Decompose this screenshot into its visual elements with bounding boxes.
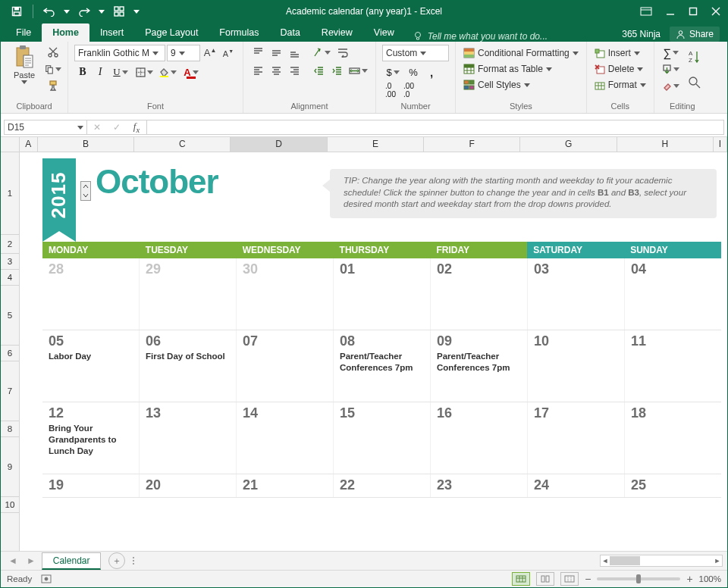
row-header-4[interactable]: 4	[1, 270, 19, 286]
column-header-I[interactable]: I	[714, 137, 727, 152]
tab-file[interactable]: File	[5, 23, 42, 42]
calendar-day[interactable]: 09Parent/Teacher Conferences 7pm	[431, 330, 528, 402]
calendar-day[interactable]: 29	[140, 258, 237, 330]
row-header-8[interactable]: 8	[1, 421, 19, 437]
calendar-day[interactable]: 23	[431, 474, 528, 497]
calendar-day[interactable]: 20	[140, 474, 237, 497]
align-right-button[interactable]	[286, 63, 303, 78]
calendar-day[interactable]: 06First Day of School	[140, 330, 237, 402]
row-header-6[interactable]: 6	[1, 346, 19, 361]
font-size-combo[interactable]: 9	[167, 45, 200, 61]
zoom-slider-handle[interactable]	[636, 574, 641, 583]
format-as-table-button[interactable]: Format as Table	[462, 62, 554, 76]
spinner-down-icon[interactable]	[81, 191, 90, 200]
tab-review[interactable]: Review	[311, 23, 363, 42]
macro-record-icon[interactable]	[41, 574, 52, 583]
row-header-1[interactable]: 1	[1, 152, 19, 235]
delete-cells-button[interactable]: Delete	[593, 62, 645, 76]
column-header-D[interactable]: D	[231, 137, 327, 152]
calendar-day[interactable]: 02	[431, 258, 528, 330]
zoom-slider[interactable]	[597, 577, 680, 580]
increase-font-button[interactable]: A▲	[202, 45, 218, 61]
scroll-left-icon[interactable]: ◄	[601, 557, 610, 565]
tab-home[interactable]: Home	[42, 23, 89, 42]
row-header-10[interactable]: 10	[1, 497, 19, 513]
year-spinner[interactable]	[80, 181, 91, 201]
paste-button[interactable]: Paste	[7, 45, 42, 84]
calendar-day[interactable]: 05Labor Day	[42, 330, 140, 402]
normal-view-button[interactable]	[512, 572, 530, 586]
calendar-day[interactable]: 07	[237, 330, 334, 402]
formula-input[interactable]	[147, 120, 724, 135]
horizontal-scrollbar[interactable]: ◄ ►	[600, 555, 723, 567]
insert-cells-button[interactable]: Insert	[593, 46, 642, 60]
fill-button[interactable]	[661, 61, 682, 77]
column-header-E[interactable]: E	[328, 137, 424, 152]
tab-insert[interactable]: Insert	[89, 23, 134, 42]
borders-button[interactable]	[133, 64, 155, 80]
save-icon[interactable]	[5, 1, 28, 22]
calendar-day[interactable]: 03	[528, 258, 625, 330]
cut-button[interactable]	[45, 45, 61, 60]
select-all-corner[interactable]	[1, 137, 20, 152]
redo-dropdown-icon[interactable]	[97, 1, 106, 22]
calendar-day[interactable]: 14	[237, 402, 334, 474]
spinner-up-icon[interactable]	[81, 182, 90, 191]
find-select-button[interactable]	[685, 70, 704, 95]
sheet-tab-calendar[interactable]: Calendar	[42, 552, 102, 570]
column-header-A[interactable]: A	[20, 137, 38, 152]
row-header-3[interactable]: 3	[1, 254, 19, 270]
calendar-day[interactable]: 18	[625, 402, 721, 474]
share-button[interactable]: Share	[670, 27, 720, 42]
tab-scroll-splitter[interactable]	[131, 554, 136, 568]
tab-data[interactable]: Data	[269, 23, 310, 42]
name-box[interactable]: D15	[4, 120, 87, 135]
enter-formula-button[interactable]: ✓	[107, 122, 127, 133]
new-sheet-button[interactable]: ＋	[108, 552, 125, 569]
sheet-nav-prev[interactable]: ◄	[5, 555, 20, 566]
format-cells-button[interactable]: Format	[593, 78, 648, 92]
row-header-7[interactable]: 7	[1, 361, 19, 421]
undo-icon[interactable]	[38, 1, 61, 22]
tab-page-layout[interactable]: Page Layout	[134, 23, 209, 42]
column-header-F[interactable]: F	[424, 137, 520, 152]
customize-qat-icon[interactable]	[108, 1, 130, 22]
minimize-button[interactable]	[659, 1, 682, 22]
autosum-button[interactable]: ∑	[661, 45, 682, 60]
comma-style-button[interactable]: ,	[423, 64, 440, 80]
format-painter-button[interactable]	[45, 78, 61, 93]
underline-button[interactable]: U	[109, 64, 132, 80]
insert-function-button[interactable]: fx	[127, 120, 146, 134]
scroll-right-icon[interactable]: ►	[713, 557, 722, 565]
column-header-B[interactable]: B	[38, 137, 134, 152]
zoom-in-button[interactable]: +	[686, 573, 692, 585]
column-header-H[interactable]: H	[617, 137, 714, 152]
sheet-nav-next[interactable]: ►	[24, 555, 39, 566]
column-header-C[interactable]: C	[134, 137, 231, 152]
number-format-combo[interactable]: Custom	[382, 45, 449, 61]
calendar-day[interactable]: 17	[528, 402, 625, 474]
cells-area[interactable]: 2015 October TIP: Change the year along …	[20, 152, 727, 551]
tab-view[interactable]: View	[363, 23, 405, 42]
calendar-day[interactable]: 22	[334, 474, 431, 497]
calendar-day[interactable]: 30	[237, 258, 334, 330]
tell-me-search[interactable]: Tell me what you want to do...	[413, 31, 548, 42]
qat-more-icon[interactable]	[132, 1, 141, 22]
align-bottom-button[interactable]	[286, 45, 303, 60]
increase-indent-button[interactable]	[328, 63, 345, 78]
scroll-thumb[interactable]	[610, 556, 640, 565]
clear-button[interactable]	[661, 78, 682, 93]
decrease-font-button[interactable]: A▼	[220, 45, 237, 61]
calendar-day[interactable]: 15	[334, 402, 431, 474]
align-left-button[interactable]	[249, 63, 266, 78]
bold-button[interactable]: B	[74, 64, 91, 80]
copy-button[interactable]	[45, 61, 61, 77]
cell-styles-button[interactable]: Cell Styles	[462, 78, 532, 92]
calendar-day[interactable]: 04	[625, 258, 721, 330]
decrease-decimal-button[interactable]: .00.0	[400, 83, 417, 98]
account-name[interactable]: 365 Ninja	[622, 29, 661, 39]
maximize-button[interactable]	[682, 1, 704, 22]
close-button[interactable]	[704, 1, 727, 22]
calendar-day[interactable]: 16	[431, 402, 528, 474]
align-top-button[interactable]	[249, 45, 266, 60]
